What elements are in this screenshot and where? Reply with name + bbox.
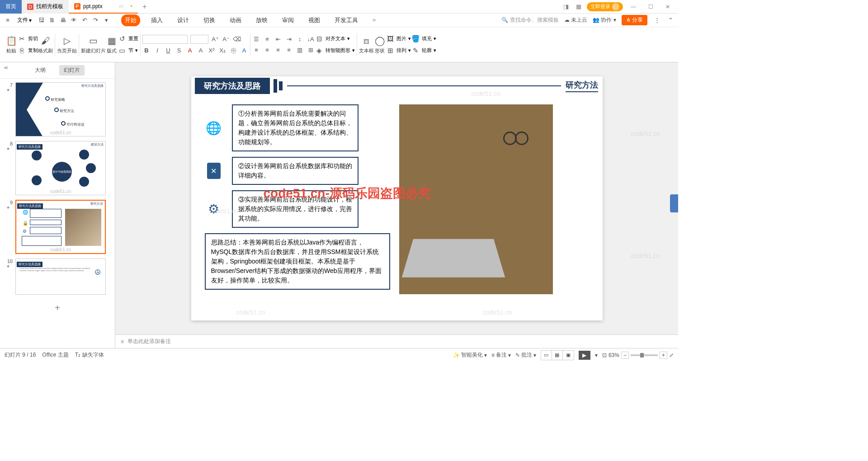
menu-more-vert-icon[interactable]: ⋮	[653, 16, 661, 24]
feedback-tab[interactable]	[670, 194, 678, 212]
align-justify-icon[interactable]: ≡	[285, 46, 293, 54]
text-effects-icon[interactable]: A	[240, 47, 248, 55]
text-dir-icon[interactable]: ↓A	[307, 35, 315, 43]
menu-tab-insert[interactable]: 插入	[147, 14, 166, 26]
shape-button[interactable]: ◯ 形状	[374, 35, 386, 54]
underline-icon[interactable]: U	[164, 47, 172, 55]
print-preview-icon[interactable]: 👁	[70, 16, 78, 24]
share-button[interactable]: ⋔ 分享	[622, 15, 647, 25]
fill-button[interactable]: 🪣填充 ▾	[411, 34, 436, 43]
strike-icon[interactable]: S	[175, 47, 183, 55]
menu-tab-animation[interactable]: 动画	[226, 14, 245, 26]
close-button[interactable]: ✕	[661, 2, 675, 11]
menu-tab-slideshow[interactable]: 放映	[252, 14, 271, 26]
line-spacing-icon[interactable]: ↕	[296, 35, 304, 43]
font-size-select[interactable]	[190, 35, 208, 44]
italic-icon[interactable]: I	[153, 47, 161, 55]
redo-icon[interactable]: ↷	[91, 16, 99, 24]
layout-button[interactable]: ▦ 版式	[106, 35, 118, 54]
save-icon[interactable]: 🖫	[37, 16, 45, 24]
zoom-out-icon[interactable]: −	[621, 352, 629, 359]
change-case-icon[interactable]: ㊥	[229, 47, 237, 55]
slideshow-dropdown[interactable]: ▾	[595, 352, 598, 358]
new-slide-button[interactable]: ▭ 新建幻灯片	[81, 35, 106, 54]
menu-tab-transition[interactable]: 切换	[200, 14, 219, 26]
format-painter-button[interactable]: 🖌 格式刷	[38, 35, 53, 54]
clear-format-icon[interactable]: ⌫	[233, 35, 241, 43]
thumb-9[interactable]: 9★ 研究方法及思路 研究方法 🌐 🔒 ⚙ code51.cn	[6, 200, 108, 254]
undo-icon[interactable]: ↶	[80, 16, 89, 24]
smartart-button[interactable]: ◈转智能图形 ▾	[315, 46, 355, 55]
thumb-7[interactable]: 7★ 研究方法及思路 研究策略 研究方法 可行性论证 code51.cn	[6, 82, 108, 136]
align-right-icon[interactable]: ≡	[274, 46, 282, 54]
bold-icon[interactable]: B	[142, 47, 151, 55]
zoom-in-icon[interactable]: +	[660, 352, 667, 359]
notes-bar[interactable]: ≡ 单击此处添加备注	[115, 334, 678, 348]
collapse-sidebar-icon[interactable]: ≪	[4, 65, 8, 70]
menu-tab-dev[interactable]: 开发工具	[331, 14, 362, 26]
subscript-icon[interactable]: X₂	[218, 47, 226, 55]
view-normal-icon[interactable]: ▭	[541, 351, 552, 360]
thumb-8[interactable]: 8★ 研究方法及思路 建设方法 设计与实现系统 code51.cn	[6, 141, 108, 195]
tab-add[interactable]: +	[138, 3, 151, 11]
hamburger-icon[interactable]: ≡	[4, 16, 12, 24]
print-icon[interactable]: 🖶	[59, 16, 67, 24]
picture-button[interactable]: 🖼图片 ▾	[386, 34, 411, 43]
qat-dropdown-icon[interactable]: ▾	[102, 16, 110, 24]
login-button[interactable]: 立即登录	[587, 2, 623, 11]
highlight-icon[interactable]: A	[197, 47, 205, 55]
reset-button[interactable]: ↺重置	[118, 34, 138, 43]
align-center-icon[interactable]: ≡	[263, 46, 271, 54]
cloud-status[interactable]: ☁ 未上云	[564, 16, 587, 24]
fit-icon[interactable]: ⊡	[602, 352, 607, 358]
maximize-button[interactable]: ☐	[644, 2, 657, 11]
notes-toggle-icon[interactable]: ≡	[121, 339, 124, 345]
collapse-ribbon-icon[interactable]: ⌃	[666, 16, 675, 24]
view-reading-icon[interactable]: ▣	[563, 351, 574, 360]
align-text-button[interactable]: ⊟对齐文本 ▾	[315, 34, 355, 43]
beautify-button[interactable]: ✨ 智能美化 ▾	[453, 351, 487, 359]
paste-button[interactable]: 📋 粘贴	[5, 35, 17, 54]
slide-canvas[interactable]: 研究方法及思路 研究方法 code51.cn 🌐 ①分析善筹网前后台系统需要解决…	[191, 76, 603, 320]
indent-inc-icon[interactable]: ⇥	[285, 35, 293, 43]
menu-tab-review[interactable]: 审阅	[278, 14, 297, 26]
grow-font-icon[interactable]: A⁺	[211, 35, 219, 43]
thumbs-panel[interactable]: 7★ 研究方法及思路 研究策略 研究方法 可行性论证 code51.cn 8★ …	[0, 79, 115, 348]
comments-button[interactable]: ✎ 批注 ▾	[515, 351, 536, 359]
copy-button[interactable]: ⎘复制	[17, 46, 38, 55]
add-slide-button[interactable]: +	[6, 299, 108, 317]
apps-icon[interactable]: ▦	[574, 2, 583, 11]
section-button[interactable]: ▭节 ▾	[118, 46, 138, 55]
thumb-10[interactable]: 10★ 研究方法及思路 Lorem ipsum dolor sit amet c…	[6, 259, 108, 295]
arrange-button[interactable]: ⊞排列 ▾	[386, 46, 411, 55]
font-select[interactable]	[142, 35, 188, 44]
bullets-icon[interactable]: ☰	[252, 35, 260, 43]
font-color-icon[interactable]: A	[186, 47, 194, 55]
shrink-font-icon[interactable]: A⁻	[222, 35, 230, 43]
tab-file[interactable]: P ppt.pptx ▭ •	[69, 0, 138, 14]
zoom-level[interactable]: 63%	[609, 352, 619, 358]
from-current-button[interactable]: ▷ 当页开始	[57, 35, 77, 54]
missing-font[interactable]: T₂ 缺失字体	[75, 351, 104, 359]
search-input[interactable]: 🔍 查找命令、搜索模板	[501, 16, 558, 24]
numbering-icon[interactable]: ≡	[263, 35, 271, 43]
notes-button[interactable]: ≡ 备注 ▾	[491, 351, 511, 359]
tab-docer[interactable]: D 找稻壳模板	[22, 0, 69, 14]
outline-button[interactable]: ✎轮廓 ▾	[411, 46, 436, 55]
sidebar-tab-outline[interactable]: 大纲	[30, 65, 50, 75]
menu-tab-design[interactable]: 设计	[174, 14, 193, 26]
screen-icon[interactable]: ▭	[119, 3, 123, 9]
fit-window-icon[interactable]: ⤢	[669, 352, 674, 358]
layout-1-icon[interactable]: ◨	[561, 2, 571, 11]
indent-dec-icon[interactable]: ⇤	[274, 35, 282, 43]
tab-home[interactable]: 首页	[0, 0, 22, 14]
view-sorter-icon[interactable]: ▦	[552, 351, 563, 360]
textbox-button[interactable]: ⧈ 文本框	[359, 35, 374, 54]
slideshow-button[interactable]: ▶	[579, 351, 590, 360]
align-left-icon[interactable]: ≡	[252, 46, 260, 54]
menu-tab-view[interactable]: 视图	[305, 14, 324, 26]
file-menu[interactable]: 文件 ▾	[14, 15, 34, 25]
cut-button[interactable]: ✂剪切	[17, 34, 38, 43]
minimize-button[interactable]: —	[627, 2, 640, 11]
columns-icon[interactable]: ▥	[296, 46, 304, 54]
